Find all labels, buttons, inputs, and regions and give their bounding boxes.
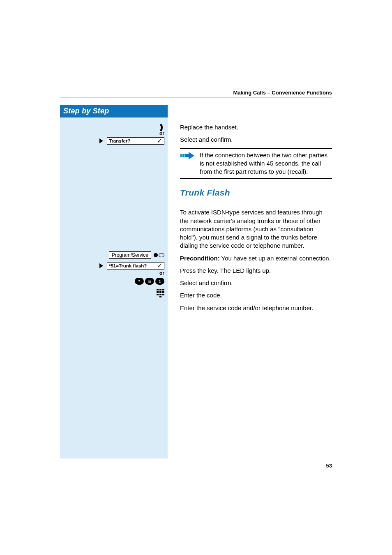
step-title: Step by Step bbox=[63, 107, 109, 115]
trunk-flash-heading: Trunk Flash bbox=[180, 188, 332, 198]
page-header: Making Calls – Convenience Functions bbox=[60, 90, 332, 97]
svg-rect-6 bbox=[157, 294, 159, 295]
svg-rect-0 bbox=[157, 289, 159, 290]
check-icon: ✓ bbox=[157, 262, 162, 269]
or-label-1: or bbox=[159, 131, 164, 136]
trunk-flash-paragraph: To activate ISDN-type services and featu… bbox=[180, 208, 332, 250]
page-number: 53 bbox=[326, 463, 332, 469]
precondition-label: Precondition: bbox=[180, 255, 220, 262]
triangle-icon bbox=[99, 263, 103, 268]
trunk-flash-menu-item[interactable]: *51=Trunk flash? ✓ bbox=[107, 262, 164, 269]
main-content: Replace the handset. Select and confirm.… bbox=[180, 105, 332, 316]
select-confirm-text-2: Select and confirm. bbox=[180, 279, 332, 287]
press-key-text: Press the key. The LED lights up. bbox=[180, 267, 332, 275]
or-label-2: or bbox=[159, 270, 164, 276]
enter-code-text: Enter the code. bbox=[180, 291, 332, 299]
svg-rect-12 bbox=[184, 154, 189, 157]
note-box: If the connection between the two other … bbox=[180, 148, 332, 179]
key-5[interactable]: 5 bbox=[145, 278, 154, 285]
svg-rect-2 bbox=[162, 289, 164, 290]
note-text: If the connection between the two other … bbox=[200, 151, 332, 176]
led-icon bbox=[154, 253, 164, 257]
program-service-row: Program/Service bbox=[109, 251, 164, 259]
svg-rect-9 bbox=[159, 296, 161, 297]
precondition-line: Precondition: You have set up an externa… bbox=[180, 254, 332, 263]
replace-handset-text: Replace the handset. bbox=[180, 123, 332, 131]
check-icon: ✓ bbox=[157, 137, 162, 145]
precondition-rest: You have set up an external connection. bbox=[220, 255, 331, 262]
keypad-row bbox=[156, 288, 164, 297]
trunk-flash-label: *51=Trunk flash? bbox=[109, 263, 147, 268]
transfer-menu-item[interactable]: Transfer? ✓ bbox=[107, 137, 164, 145]
transfer-label: Transfer? bbox=[109, 138, 130, 143]
svg-rect-4 bbox=[159, 291, 161, 293]
transfer-menu-row: Transfer? ✓ bbox=[99, 137, 164, 145]
svg-rect-3 bbox=[157, 291, 159, 293]
svg-rect-5 bbox=[162, 291, 164, 293]
svg-rect-7 bbox=[159, 294, 161, 295]
key-star[interactable]: * bbox=[135, 278, 144, 285]
code-keys-row: * 5 1 bbox=[135, 278, 164, 285]
triangle-icon bbox=[99, 138, 103, 143]
program-service-key[interactable]: Program/Service bbox=[109, 251, 151, 259]
trunk-flash-menu-row: *51=Trunk flash? ✓ bbox=[99, 262, 164, 269]
svg-rect-1 bbox=[159, 289, 161, 290]
svg-rect-11 bbox=[182, 154, 184, 157]
svg-rect-10 bbox=[180, 154, 182, 157]
note-arrow-icon bbox=[180, 151, 195, 176]
enter-service-text: Enter the service code and/or telephone … bbox=[180, 304, 332, 312]
keypad-icon bbox=[156, 288, 164, 297]
svg-rect-8 bbox=[162, 294, 164, 295]
header-section: Making Calls – Convenience Functions bbox=[233, 90, 332, 96]
select-confirm-text-1: Select and confirm. bbox=[180, 136, 332, 144]
key-1[interactable]: 1 bbox=[155, 278, 164, 285]
step-by-step-banner: Step by Step bbox=[60, 105, 168, 117]
step-side-column: or Transfer? ✓ Program/Service *51=Trunk… bbox=[60, 117, 168, 458]
